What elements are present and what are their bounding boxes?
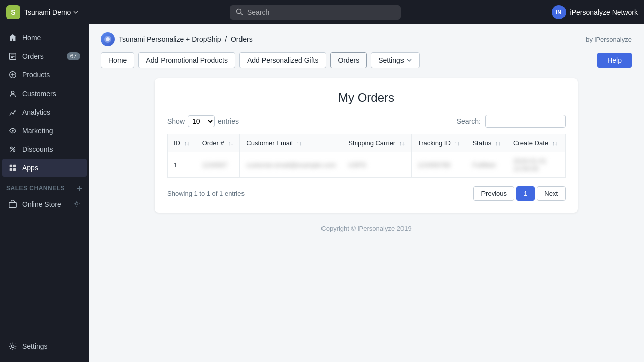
svg-point-3 — [11, 91, 14, 94]
user-name: iPersonalyze Network — [570, 8, 638, 16]
store-name-label[interactable]: Tsunami Demo — [24, 8, 79, 16]
nav-home-button[interactable]: Home — [101, 52, 134, 68]
products-icon — [8, 70, 17, 79]
sidebar-item-customers[interactable]: Customers — [2, 84, 87, 103]
sort-email-icon: ↑↓ — [296, 140, 302, 146]
column-tracking-id[interactable]: Tracking ID ↑↓ — [411, 134, 466, 152]
col-date-label: Create Date — [513, 139, 548, 147]
search-input[interactable] — [247, 8, 395, 16]
column-status[interactable]: Status ↑↓ — [466, 134, 507, 152]
shopify-icon: S — [6, 5, 20, 19]
top-navigation: S Tsunami Demo IN iPersonalyze Network — [0, 0, 644, 24]
table-header: ID ↑↓ Order # ↑↓ Customer Email ↑↓ Shi — [168, 134, 566, 152]
breadcrumb-separator: / — [225, 35, 227, 43]
sidebar-navigation: Home Orders 67 Products Customers Analyt… — [0, 28, 89, 337]
pagination-buttons: Previous 1 Next — [473, 186, 566, 201]
sidebar-item-orders[interactable]: Orders 67 — [2, 47, 87, 65]
apps-icon — [8, 163, 17, 172]
footer: Copyright © iPersonalyze 2019 — [101, 213, 632, 244]
sidebar-label-discounts: Discounts — [22, 145, 53, 153]
col-status-label: Status — [472, 139, 491, 147]
svg-point-13 — [11, 345, 14, 347]
orders-title: My Orders — [167, 90, 566, 105]
settings-icon — [8, 342, 17, 351]
sidebar-item-online-store[interactable]: Online Store — [2, 195, 87, 213]
sidebar-label-home: Home — [22, 34, 41, 42]
col-carrier-label: Shipping Carrier — [348, 139, 395, 147]
svg-point-4 — [12, 130, 14, 132]
svg-point-5 — [11, 147, 13, 149]
col-order-label: Order # — [202, 139, 224, 147]
blurred-email: customer.email@example.com — [246, 161, 336, 169]
nav-add-promo-button[interactable]: Add Promotional Products — [138, 52, 235, 68]
cell-order-num: 1234567 — [196, 152, 240, 178]
chevron-down-icon — [406, 57, 412, 63]
svg-point-6 — [13, 150, 15, 152]
top-nav-right: IN iPersonalyze Network — [552, 5, 638, 19]
home-icon — [8, 33, 17, 42]
cell-tracking: 123456789 — [411, 152, 466, 178]
app-header-left: Tsunami Personalize + DropShip / Orders — [101, 32, 253, 46]
table-controls: Show 10 25 50 100 entries Search: — [167, 115, 566, 128]
online-store-label: Online Store — [22, 200, 61, 208]
sidebar-item-settings[interactable]: Settings — [2, 337, 87, 355]
sales-channels-section: SALES CHANNELS + — [0, 177, 89, 195]
sidebar-item-discounts[interactable]: Discounts — [2, 140, 87, 158]
search-label: Search: — [457, 117, 481, 125]
sort-date-icon: ↑↓ — [552, 140, 558, 146]
column-order-num[interactable]: Order # ↑↓ — [196, 134, 240, 152]
online-store-settings-icon[interactable] — [73, 200, 80, 209]
table-search-input[interactable] — [485, 115, 566, 128]
previous-button[interactable]: Previous — [473, 186, 514, 201]
sidebar-item-marketing[interactable]: Marketing — [2, 122, 87, 140]
orders-badge: 67 — [67, 52, 80, 60]
sidebar-item-apps[interactable]: Apps — [2, 159, 87, 177]
main-layout: Home Orders 67 Products Customers Analyt… — [0, 0, 644, 362]
sidebar-label-marketing: Marketing — [22, 127, 53, 135]
blurred-order-num: 1234567 — [202, 161, 228, 169]
marketing-icon — [8, 126, 17, 135]
sidebar-item-analytics[interactable]: Analytics — [2, 103, 87, 121]
pagination-area: Showing 1 to 1 of 1 entries Previous 1 N… — [167, 186, 566, 201]
discounts-icon — [8, 145, 17, 154]
page-1-button[interactable]: 1 — [516, 186, 535, 201]
svg-rect-11 — [9, 202, 16, 207]
sidebar-label-analytics: Analytics — [22, 108, 50, 116]
dropship-logo-icon — [104, 35, 112, 43]
sort-carrier-icon: ↑↓ — [399, 140, 405, 146]
user-initials: IN — [556, 9, 561, 15]
help-button[interactable]: Help — [597, 53, 632, 68]
sort-tracking-icon: ↑↓ — [454, 140, 460, 146]
entries-select[interactable]: 10 25 50 100 — [188, 115, 215, 127]
by-text: by iPersonalyze — [586, 36, 632, 43]
sidebar-bottom: Settings — [0, 337, 89, 362]
sidebar-label-products: Products — [22, 71, 50, 79]
sidebar-item-products[interactable]: Products — [2, 66, 87, 84]
column-create-date[interactable]: Create Date ↑↓ — [507, 134, 565, 152]
column-customer-email[interactable]: Customer Email ↑↓ — [240, 134, 342, 152]
next-button[interactable]: Next — [537, 186, 566, 201]
sort-id-icon: ↑↓ — [184, 140, 190, 146]
app-navigation: Home Add Promotional Products Add Person… — [101, 52, 632, 68]
svg-rect-9 — [10, 168, 12, 171]
column-shipping-carrier[interactable]: Shipping Carrier ↑↓ — [342, 134, 412, 152]
nav-settings-button[interactable]: Settings — [371, 52, 420, 68]
nav-add-gifts-button[interactable]: Add Personalized Gifts — [239, 52, 326, 68]
sales-channels-label: SALES CHANNELS — [6, 185, 65, 192]
svg-rect-10 — [13, 168, 16, 171]
orders-card: My Orders Show 10 25 50 100 entries Sear… — [155, 78, 578, 213]
app-header: Tsunami Personalize + DropShip / Orders … — [101, 32, 632, 46]
sidebar: Home Orders 67 Products Customers Analyt… — [0, 24, 89, 362]
blurred-carrier: USPS — [348, 161, 366, 169]
analytics-icon — [8, 108, 17, 117]
chevron-down-icon — [73, 9, 79, 15]
nav-orders-button[interactable]: Orders — [330, 52, 367, 68]
svg-rect-7 — [10, 165, 12, 167]
sidebar-item-home[interactable]: Home — [2, 29, 87, 47]
breadcrumb-base: Tsunami Personalize + DropShip — [119, 35, 221, 43]
show-entries-control: Show 10 25 50 100 entries — [167, 115, 239, 127]
svg-point-12 — [76, 202, 78, 205]
column-id[interactable]: ID ↑↓ — [168, 134, 196, 152]
search-icon — [236, 8, 243, 17]
add-sales-channel-button[interactable]: + — [77, 184, 83, 193]
